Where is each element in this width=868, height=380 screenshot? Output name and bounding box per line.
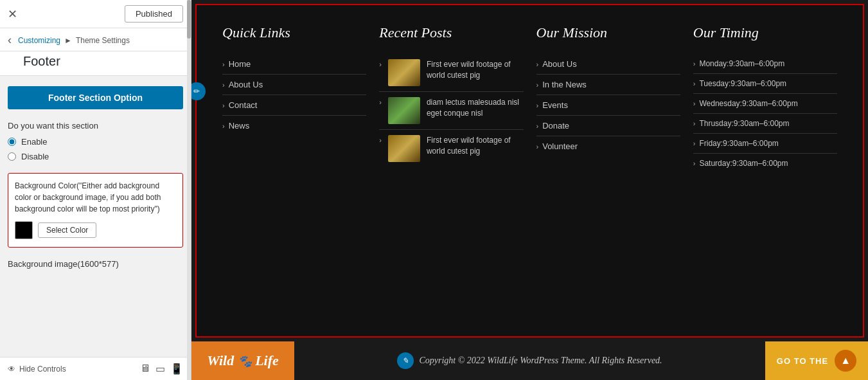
quick-link-news[interactable]: › News <box>222 116 366 136</box>
go-top-circle-icon: ▲ <box>835 350 856 372</box>
link-about-label: About Us <box>229 80 263 89</box>
right-panel: ✏ Quick Links › Home › About Us › Contac… <box>191 0 868 380</box>
timing-thursday-label: Thrusday:9:30am–6:00pm <box>699 119 789 128</box>
quick-links-title: Quick Links <box>222 24 366 41</box>
link-arrow-icon: › <box>222 122 225 130</box>
mission-events-label: Events <box>542 100 568 110</box>
breadcrumb-theme-settings: Theme Settings <box>76 36 130 45</box>
quick-link-home[interactable]: › Home <box>222 54 366 75</box>
timing-wednesday-label: Wednesday:9:30am–6:00pm <box>699 99 797 108</box>
timing-arrow-icon: › <box>693 140 696 147</box>
our-timing-title: Our Timing <box>693 24 837 41</box>
left-panel: ✕ Published ‹ Customizing ► Theme Settin… <box>0 0 191 380</box>
bottom-bar: 👁 Hide Controls 🖥 ▭ 📱 <box>0 357 191 380</box>
timing-monday-label: Monday:9:30am–6:00pm <box>699 59 784 68</box>
mission-link-about[interactable]: › About Us <box>536 54 680 75</box>
breadcrumb-area: ‹ Customizing ► Theme Settings <box>0 28 191 51</box>
breadcrumb-separator: ► <box>64 36 72 45</box>
timing-arrow-icon: › <box>693 60 696 68</box>
mission-link-news[interactable]: › In the News <box>536 75 680 95</box>
go-top-label: GO TO THE <box>777 356 828 366</box>
footer-copyright: ✎ Copyright © 2022 WildLife WordPress Th… <box>294 352 765 369</box>
hide-controls-label: Hide Controls <box>19 365 66 374</box>
mission-about-label: About Us <box>542 59 576 69</box>
scrollbar-thumb[interactable] <box>187 0 191 39</box>
post-title-3: First ever wild footage of world cutest … <box>427 135 524 157</box>
mission-link-donate[interactable]: › Donate <box>536 116 680 136</box>
color-swatch[interactable] <box>15 221 33 239</box>
link-arrow-icon: › <box>222 102 225 109</box>
page-title-area: Footer <box>0 51 191 76</box>
timing-tuesday-label: Tuesday:9:30am–6:00pm <box>699 79 786 88</box>
link-arrow-icon: › <box>222 60 225 68</box>
disable-radio[interactable] <box>8 152 16 161</box>
quick-link-about[interactable]: › About Us <box>222 75 366 95</box>
footer-col-quick-links: Quick Links › Home › About Us › Contact … <box>222 24 366 317</box>
breadcrumb-customizing[interactable]: Customizing <box>18 36 60 45</box>
timing-arrow-icon: › <box>693 120 696 127</box>
bg-image-label: Background image(1600*577) <box>8 259 183 269</box>
link-arrow-icon: › <box>536 102 539 109</box>
desktop-icon[interactable]: 🖥 <box>140 363 150 375</box>
footer-go-top-button[interactable]: GO TO THE ▲ <box>765 341 868 380</box>
timing-friday: › Friday:9:30am–6:00pm <box>693 134 837 154</box>
footer-logo-text: Wild 🐾 Life <box>207 354 279 368</box>
scrollbar <box>187 0 191 380</box>
post-title-2: diam lectus malesuada nisl eget conque n… <box>427 97 524 119</box>
footer-col-our-timing: Our Timing › Monday:9:30am–6:00pm › Tues… <box>693 24 837 317</box>
recent-posts-title: Recent Posts <box>379 24 523 41</box>
mission-news-label: In the News <box>542 80 587 89</box>
link-arrow-icon: › <box>536 143 539 150</box>
timing-monday: › Monday:9:30am–6:00pm <box>693 54 837 74</box>
link-arrow-icon: › <box>222 81 225 89</box>
footer-bottom: Wild 🐾 Life ✎ Copyright © 2022 WildLife … <box>191 341 868 380</box>
post-thumb-3 <box>388 135 420 162</box>
hide-controls-button[interactable]: 👁 Hide Controls <box>8 365 66 374</box>
section-toggle-label: Do you want this section <box>8 121 183 131</box>
timing-tuesday: › Tuesday:9:30am–6:00pm <box>693 74 837 94</box>
select-color-button[interactable]: Select Color <box>38 222 96 238</box>
bg-color-box: Background Color("Either add background … <box>8 173 183 248</box>
post-item-1[interactable]: › First ever wild footage of world cutes… <box>379 54 523 92</box>
enable-label: Enable <box>21 137 47 147</box>
footer-col-recent-posts: Recent Posts › First ever wild footage o… <box>379 24 523 317</box>
post-arrow-icon: › <box>379 60 382 68</box>
eye-icon: 👁 <box>8 365 15 374</box>
our-mission-title: Our Mission <box>536 24 680 41</box>
footer-logo-area: Wild 🐾 Life <box>191 341 294 380</box>
tablet-icon[interactable]: ▭ <box>155 363 165 375</box>
post-title-1: First ever wild footage of world cutest … <box>427 59 524 81</box>
published-button[interactable]: Published <box>125 5 183 23</box>
footer-col-our-mission: Our Mission › About Us › In the News › E… <box>536 24 680 317</box>
enable-radio[interactable] <box>8 138 16 146</box>
footer-main: ✏ Quick Links › Home › About Us › Contac… <box>195 4 864 338</box>
mission-link-volunteer[interactable]: › Volunteer <box>536 136 680 156</box>
copyright-text: Copyright © 2022 WildLife WordPress Them… <box>419 356 662 366</box>
device-icons: 🖥 ▭ 📱 <box>140 363 183 375</box>
enable-disable-radio-group: Enable Disable <box>8 137 183 161</box>
post-item-3[interactable]: › First ever wild footage of world cutes… <box>379 130 523 167</box>
enable-radio-item[interactable]: Enable <box>8 137 183 147</box>
timing-saturday-label: Saturday:9:30am–6:00pm <box>699 159 788 168</box>
footer-edit-icon[interactable]: ✏ <box>191 82 206 100</box>
mobile-icon[interactable]: 📱 <box>170 363 183 375</box>
mission-link-events[interactable]: › Events <box>536 95 680 116</box>
footer-section-option-button[interactable]: Footer Section Option <box>8 86 183 109</box>
link-contact-label: Contact <box>229 100 258 110</box>
panel-scroll: Footer Section Option Do you want this s… <box>0 76 191 380</box>
link-arrow-icon: › <box>536 122 539 130</box>
page-title: Footer <box>23 54 60 68</box>
post-item-2[interactable]: › diam lectus malesuada nisl eget conque… <box>379 92 523 130</box>
post-thumb-1 <box>388 59 420 86</box>
disable-radio-item[interactable]: Disable <box>8 152 183 161</box>
link-home-label: Home <box>229 59 251 69</box>
top-bar: ✕ Published <box>0 0 191 28</box>
timing-arrow-icon: › <box>693 80 696 87</box>
quick-link-contact[interactable]: › Contact <box>222 95 366 116</box>
timing-arrow-icon: › <box>693 100 696 107</box>
timing-friday-label: Friday:9:30am–6:00pm <box>699 139 778 148</box>
timing-thursday: › Thrusday:9:30am–6:00pm <box>693 114 837 134</box>
back-arrow-icon[interactable]: ‹ <box>8 33 12 47</box>
close-button[interactable]: ✕ <box>8 8 17 20</box>
link-news-label: News <box>229 121 250 131</box>
